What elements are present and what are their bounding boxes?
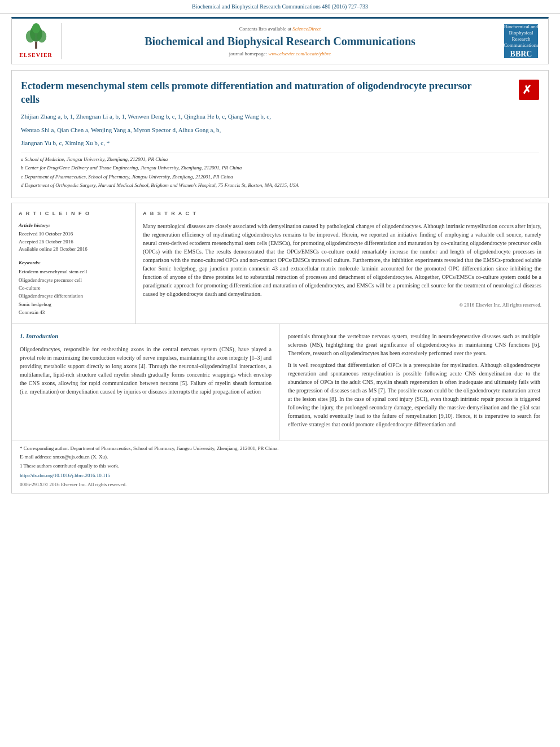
journal-bar: Biochemical and Biophysical Research Com… [0,0,560,14]
sciencedirect-line: Contents lists available at ScienceDirec… [67,25,493,33]
available-date: Available online 28 October 2016 [19,246,129,254]
intro-section-title: 1. Introduction [20,332,272,340]
article-info-header: A R T I C L E I N F O [19,210,129,217]
keyword-3: Oligodendrocyte differentiation [19,292,129,300]
abstract-header: A B S T R A C T [143,210,541,217]
svg-text:✗: ✗ [522,84,532,96]
keywords-label: Keywords: [19,259,129,267]
keyword-1: Oligodendrocyte precursor cell [19,276,129,284]
accepted-date: Accepted 26 October 2016 [19,238,129,246]
intro-left-col: 1. Introduction Oligodendrocytes, respon… [12,324,280,440]
intro-right-text: potentials throughout the vertebrate ner… [288,332,540,429]
article-info-col: A R T I C L E I N F O Article history: R… [12,203,136,324]
abstract-col: A B S T R A C T Many neurological diseas… [136,203,548,324]
elsevier-logo: ELSEVIER [16,23,62,59]
keyword-0: Ectoderm mesenchymal stem cell [19,268,129,276]
abstract-text: Many neurological diseases are closely a… [143,222,541,298]
journal-homepage: journal homepage: www.elsevier.com/locat… [67,50,493,58]
affiliation-d: d Department of Orthopedic Surgery, Harv… [21,182,539,190]
elsevier-text: ELSEVIER [19,51,53,59]
journal-citation: Biochemical and Biophysical Research Com… [192,3,368,10]
intro-two-col: 1. Introduction Oligodendrocytes, respon… [12,324,548,440]
authors-line-1: Zhijian Zhang a, b, 1, Zhengnan Li a, b,… [21,112,539,122]
article-title-section: Ectoderm mesenchymal stem cells promote … [11,70,549,198]
affiliation-c: c Department of Pharmaceutics, School of… [21,173,539,181]
journal-title-header: Biochemical and Biophysical Research Com… [67,34,493,48]
svg-point-4 [32,23,40,33]
intro-right-col: potentials throughout the vertebrate ner… [280,324,548,440]
bbrc-logo: Biochemical and Biophysical Research Com… [498,24,544,58]
authors-line-2: Wentao Shi a, Qian Chen a, Wenjing Yang … [21,125,539,136]
corresponding-author: * Corresponding author. Department of Ph… [20,445,540,453]
intro-left-text: Oligodendrocytes, responsible for enshea… [20,345,272,396]
header-center: Contents lists available at ScienceDirec… [67,25,493,58]
equal-contrib: 1 These authors contributed equally to t… [20,462,540,470]
bbrc-box: Biochemical and Biophysical Research Com… [504,24,538,58]
article-title: Ectoderm mesenchymal stem cells promote … [21,80,473,106]
elsevier-tree-icon [22,23,50,51]
journal-header: ELSEVIER Contents lists available at Sci… [11,17,549,64]
email-footnote: E-mail address: xmxu@ujs.edu.cn (X. Xu). [20,453,540,461]
footnote-section: * Corresponding author. Department of Ph… [12,440,548,493]
article-history: Article history: Received 10 October 201… [19,222,129,254]
article-info-abstract: A R T I C L E I N F O Article history: R… [11,203,549,324]
affiliations: a School of Medicine, Jiangsu University… [21,152,539,190]
copyright: © 2016 Elsevier Inc. All rights reserved… [143,302,541,309]
svg-rect-3 [35,42,37,49]
issn-line: 0006-291X/© 2016 Elsevier Inc. All right… [20,481,540,489]
homepage-link[interactable]: www.elsevier.com/locate/ybbrc [268,51,331,56]
doi-line[interactable]: http://dx.doi.org/10.1016/j.bbrc.2016.10… [20,472,540,480]
crossmark-icon[interactable]: ✗ [519,80,539,100]
keyword-4: Sonic hedgehog [19,300,129,308]
main-content: Ectoderm mesenchymal stem cells promote … [11,70,549,493]
received-date: Received 10 October 2016 [19,230,129,238]
affiliation-b: b Center for Drug/Gene Delivery and Tiss… [21,164,539,172]
history-label: Article history: [19,222,129,229]
affiliation-a: a School of Medicine, Jiangsu University… [21,156,539,164]
keywords-block: Keywords: Ectoderm mesenchymal stem cell… [19,259,129,317]
authors-line-3: Jiangnan Yu b, c, Ximing Xu b, c, * [21,138,539,148]
keyword-2: Co-culture [19,284,129,292]
keyword-5: Connexin 43 [19,308,129,316]
introduction-section: 1. Introduction Oligodendrocytes, respon… [11,324,549,494]
sciencedirect-link[interactable]: ScienceDirect [292,26,321,32]
